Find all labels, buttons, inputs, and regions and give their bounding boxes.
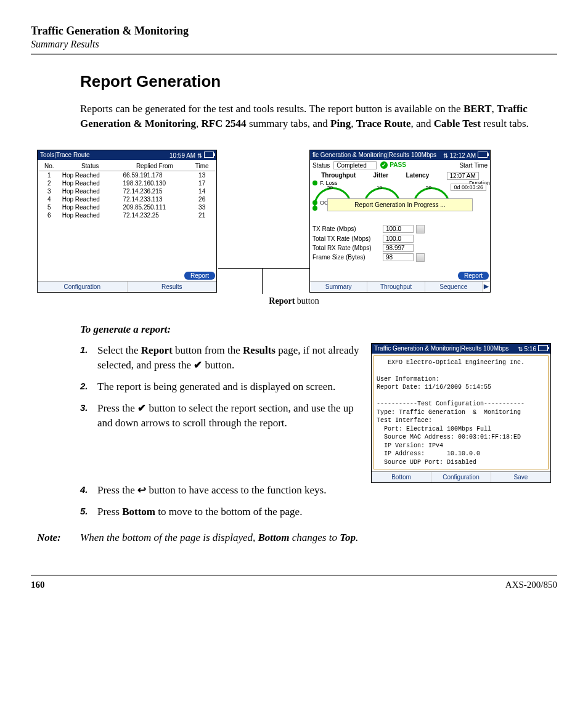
- status-value: Completed: [333, 161, 377, 169]
- start-time-label: Start Time: [459, 162, 488, 169]
- report-progress-popup: Report Generation In Progress ...: [327, 198, 473, 211]
- metric-row: Total RX Rate (Mbps)98.997: [310, 243, 490, 253]
- monitoring-screenshot: fic Generation & Monitoring|Results 100M…: [309, 150, 491, 293]
- battery-icon: [478, 152, 488, 158]
- note: Note: When the bottom of the page is dis…: [37, 532, 551, 544]
- page-header-subtitle: Summary Results: [31, 39, 557, 50]
- sync-icon: ⇅: [518, 346, 523, 352]
- tab-sequence[interactable]: Sequence: [425, 282, 483, 292]
- clock: 10:59 AM: [169, 152, 195, 159]
- trace-route-screenshot: Tools|Trace Route 10:59 AM ⇅ No. Status …: [37, 150, 217, 293]
- table-row: 1Hop Reached66.59.191.17813: [39, 171, 215, 179]
- col-replied: Replied From: [121, 161, 189, 171]
- spinner-icon[interactable]: [416, 225, 425, 233]
- report-button[interactable]: Report: [184, 272, 215, 280]
- metric-latency: Latency: [406, 172, 429, 180]
- screenshot-row: Tools|Trace Route 10:59 AM ⇅ No. Status …: [37, 150, 551, 293]
- check-icon: ✔: [194, 359, 202, 371]
- back-arrow-icon: ↩: [137, 484, 146, 496]
- tab-bottom[interactable]: Bottom: [372, 472, 431, 482]
- battery-icon: [538, 345, 548, 351]
- status-dot-icon: [312, 206, 317, 211]
- sync-icon: ⇅: [443, 152, 448, 159]
- page-header-title: Traffic Generation & Monitoring: [31, 25, 557, 38]
- start-time-value: 12:07 AM: [447, 172, 479, 180]
- page-number: 160: [31, 580, 45, 590]
- page-footer: 160 AXS-200/850: [31, 575, 557, 590]
- section-title: Report Generation: [80, 72, 551, 91]
- step-3: 3. Press the ✔ button to select the repo…: [80, 401, 360, 431]
- clock: 12:12 AM: [450, 152, 476, 159]
- titlebar: Traffic Generation & Monitoring|Results …: [372, 344, 550, 354]
- intro-paragraph: Reports can be generated for the test an…: [80, 102, 551, 131]
- window-title: fic Generation & Monitoring|Results 100M…: [312, 152, 436, 158]
- metric-row: TX Rate (Mbps)100.0: [310, 224, 490, 234]
- titlebar: Tools|Trace Route 10:59 AM ⇅: [38, 150, 216, 160]
- metric-throughput: Throughput: [321, 172, 356, 180]
- tab-save[interactable]: Save: [491, 472, 550, 482]
- step-5: 5. Press Bottom to move to the bottom of…: [80, 505, 551, 520]
- table-row: 2Hop Reached198.32.160.13017: [39, 179, 215, 187]
- col-no: No.: [39, 161, 60, 171]
- pass-label: PASS: [390, 161, 406, 168]
- pass-check-icon: ✓: [380, 161, 388, 169]
- status-dot-icon: [312, 181, 317, 185]
- table-row: 6Hop Reached72.14.232.2521: [39, 211, 215, 219]
- procedure-heading: To generate a report:: [80, 323, 551, 336]
- tab-summary[interactable]: Summary: [310, 282, 367, 292]
- sync-icon: ⇅: [197, 152, 202, 159]
- status-label: Status: [312, 162, 330, 169]
- report-text-body: EXFO Electro-Optical Engineering Inc. Us…: [374, 355, 549, 470]
- tab-configuration[interactable]: Configuration: [431, 472, 491, 482]
- report-text-screenshot: Traffic Generation & Monitoring|Results …: [371, 343, 551, 484]
- device-model: AXS-200/850: [505, 580, 557, 590]
- table-row: 3Hop Reached72.14.236.21514: [39, 187, 215, 195]
- report-button[interactable]: Report: [458, 272, 489, 280]
- metric-jitter: Jitter: [374, 172, 388, 180]
- battery-icon: [204, 152, 214, 158]
- tab-configuration[interactable]: Configuration: [38, 282, 128, 292]
- window-title: Tools|Trace Route: [40, 152, 90, 158]
- tab-results[interactable]: Results: [128, 282, 217, 292]
- header-rule: [31, 54, 557, 55]
- tab-throughput[interactable]: Throughput: [367, 282, 425, 292]
- step-2: 2. The report is being generated and is …: [80, 379, 360, 395]
- metric-row: Frame Size (Bytes)98: [310, 253, 490, 262]
- step-1: 1. Select the Report button from the Res…: [80, 343, 360, 373]
- table-row: 4Hop Reached72.14.233.11326: [39, 195, 215, 203]
- intro-bold-ping: Ping: [330, 118, 351, 129]
- duration-value: 0d 00:03:26: [451, 184, 486, 191]
- note-label: Note:: [37, 532, 80, 544]
- callout-connector: [262, 268, 263, 294]
- intro-bold-bert: BERT: [463, 103, 492, 115]
- table-row: 5Hop Reached209.85.250.11133: [39, 203, 215, 211]
- clock: 5:16: [525, 346, 536, 352]
- spinner-icon[interactable]: [416, 253, 425, 262]
- metric-row: Total TX Rate (Mbps)100.0: [310, 234, 490, 243]
- col-status: Status: [60, 161, 121, 171]
- intro-bold-rfc: RFC 2544: [201, 118, 246, 129]
- gauge-row: 50 10 50 0d 00:03:26: [312, 186, 488, 200]
- col-time: Time: [189, 161, 215, 171]
- scroll-right-icon[interactable]: ▶: [483, 282, 490, 292]
- check-icon: ✔: [137, 402, 146, 414]
- trace-route-table: No. Status Replied From Time 1Hop Reache…: [39, 161, 215, 219]
- report-button-callout: Report button: [37, 296, 551, 306]
- intro-bold-cable: Cable Test: [434, 118, 481, 129]
- window-title: Traffic Generation & Monitoring|Results …: [374, 345, 508, 352]
- titlebar: fic Generation & Monitoring|Results 100M…: [310, 150, 490, 160]
- intro-bold-trace: Trace Route: [356, 118, 411, 129]
- intro-text: Reports can be generated for the test an…: [80, 103, 463, 115]
- step-4: 4. Press the ↩ button to have access to …: [80, 483, 551, 498]
